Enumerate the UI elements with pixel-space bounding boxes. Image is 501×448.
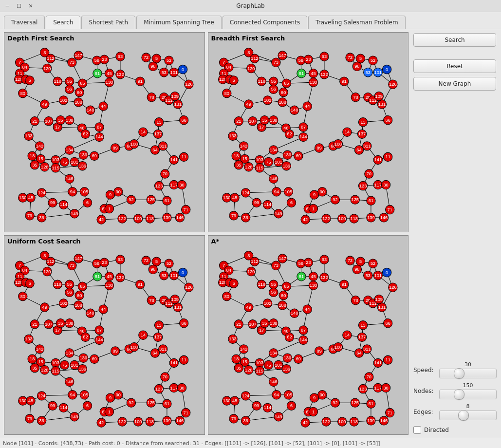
panel-ucs[interactable]: Uniform Cost Search 78411129958012011287…: [4, 235, 205, 435]
svg-line-778: [70, 340, 99, 353]
graph-grid: Depth First Search 784111299580120112873…: [0, 29, 411, 438]
svg-line-428: [273, 137, 303, 150]
svg-text:101: 101: [275, 362, 282, 367]
svg-text:70: 70: [366, 374, 371, 379]
svg-text:126: 126: [389, 82, 396, 87]
svg-text:36: 36: [39, 215, 44, 220]
svg-text:7: 7: [223, 263, 225, 268]
tab-connected-components[interactable]: Connected Components: [223, 16, 307, 29]
svg-text:102: 102: [60, 300, 67, 305]
svg-text:108: 108: [130, 344, 138, 349]
svg-text:59: 59: [94, 58, 99, 63]
svg-text:14: 14: [141, 130, 146, 134]
panel-bfs[interactable]: Breadth First Search 7841112995801201128…: [208, 32, 409, 232]
svg-text:14: 14: [141, 333, 146, 337]
svg-text:64: 64: [356, 351, 361, 355]
graph-astar[interactable]: 7841112995801201128731475923638145132917…: [208, 236, 408, 435]
tab-traversal[interactable]: Traversal: [4, 16, 45, 29]
svg-text:149: 149: [71, 211, 78, 216]
svg-text:133: 133: [25, 336, 32, 341]
svg-text:53: 53: [162, 70, 167, 75]
tab-mst[interactable]: Minimum Spanning Tree: [136, 16, 222, 29]
tab-tsp[interactable]: Traveling Salesman Problem: [308, 16, 406, 29]
svg-text:66: 66: [385, 320, 390, 325]
svg-text:147: 147: [74, 256, 82, 261]
svg-text:30: 30: [179, 183, 184, 187]
graph-bfs[interactable]: 7841112995801201128731475923638145132917…: [208, 33, 408, 232]
edges-row: Edges: 8: [413, 403, 496, 420]
svg-text:5: 5: [155, 56, 158, 61]
svg-text:99: 99: [254, 200, 259, 205]
svg-text:15: 15: [242, 359, 247, 364]
svg-text:109: 109: [171, 297, 179, 301]
svg-text:147: 147: [74, 53, 82, 58]
svg-text:73: 73: [70, 263, 74, 268]
svg-text:91: 91: [341, 79, 346, 84]
tab-shortest-path[interactable]: Shortest Path: [81, 16, 135, 29]
svg-text:5: 5: [359, 259, 361, 264]
tab-search[interactable]: Search: [46, 16, 80, 29]
svg-text:139: 139: [163, 215, 170, 220]
svg-text:130: 130: [309, 283, 316, 288]
panel-astar[interactable]: A* 7841112995801201128731475923638145132…: [208, 235, 409, 435]
graph-ucs[interactable]: 7841112995801201128731475923638145132917…: [4, 236, 204, 435]
svg-text:21: 21: [32, 119, 37, 124]
svg-text:6: 6: [290, 403, 292, 408]
svg-text:133: 133: [229, 336, 236, 341]
svg-text:102: 102: [60, 98, 67, 103]
svg-text:80: 80: [224, 294, 229, 299]
svg-text:123: 123: [155, 386, 163, 391]
svg-text:137: 137: [358, 131, 365, 136]
svg-text:60: 60: [77, 90, 82, 95]
reset-button[interactable]: Reset: [413, 59, 496, 73]
svg-text:71: 71: [184, 207, 188, 212]
svg-text:63: 63: [321, 54, 326, 59]
panel-dfs[interactable]: Depth First Search 784111299580120112873…: [4, 32, 205, 232]
svg-text:94: 94: [274, 392, 278, 397]
svg-text:92: 92: [129, 400, 133, 405]
svg-text:52: 52: [370, 58, 375, 63]
svg-text:45: 45: [107, 274, 111, 279]
svg-text:123: 123: [359, 386, 366, 391]
svg-text:103: 103: [256, 360, 263, 365]
svg-text:124: 124: [38, 190, 45, 195]
svg-text:48: 48: [232, 195, 237, 200]
svg-text:112: 112: [47, 259, 54, 264]
status-text: Node [101] - Coords: (438,73) - Path cos…: [3, 440, 380, 447]
maximize-icon[interactable]: ☐: [15, 1, 23, 10]
svg-text:128: 128: [245, 367, 252, 372]
svg-text:8: 8: [43, 50, 46, 55]
svg-text:131: 131: [174, 305, 182, 310]
svg-text:1: 1: [312, 409, 314, 414]
sidebar: Search Reset New Graph Speed: 30 Nodes: …: [411, 29, 501, 438]
svg-text:99: 99: [254, 403, 259, 408]
svg-text:5: 5: [28, 78, 31, 83]
new-graph-button[interactable]: New Graph: [413, 77, 496, 91]
panel-ucs-title: Uniform Cost Search: [7, 238, 81, 245]
svg-text:149: 149: [275, 414, 282, 419]
svg-text:49: 49: [246, 305, 251, 310]
svg-text:137: 137: [154, 131, 162, 136]
svg-text:103: 103: [52, 157, 59, 162]
minimize-icon[interactable]: ─: [3, 1, 12, 10]
speed-slider[interactable]: [439, 369, 497, 378]
nodes-slider[interactable]: [439, 390, 497, 399]
svg-text:5: 5: [232, 281, 235, 286]
svg-text:15: 15: [242, 156, 247, 161]
svg-text:80: 80: [224, 91, 229, 96]
svg-text:71: 71: [184, 410, 188, 415]
svg-text:61: 61: [165, 401, 169, 406]
svg-text:87: 87: [97, 328, 102, 333]
svg-text:122: 122: [322, 216, 330, 221]
svg-text:0: 0: [182, 270, 184, 275]
svg-text:44: 44: [101, 104, 106, 109]
graph-dfs[interactable]: 7841112995801201128731475923638145132917…: [4, 33, 204, 232]
search-button[interactable]: Search: [413, 33, 496, 47]
edges-slider[interactable]: [439, 411, 497, 420]
svg-text:101: 101: [71, 160, 78, 165]
edges-label: Edges:: [413, 409, 437, 415]
svg-text:62: 62: [83, 131, 88, 136]
svg-text:120: 120: [247, 269, 255, 274]
directed-checkbox[interactable]: [413, 426, 421, 434]
close-icon[interactable]: ✕: [26, 1, 35, 10]
